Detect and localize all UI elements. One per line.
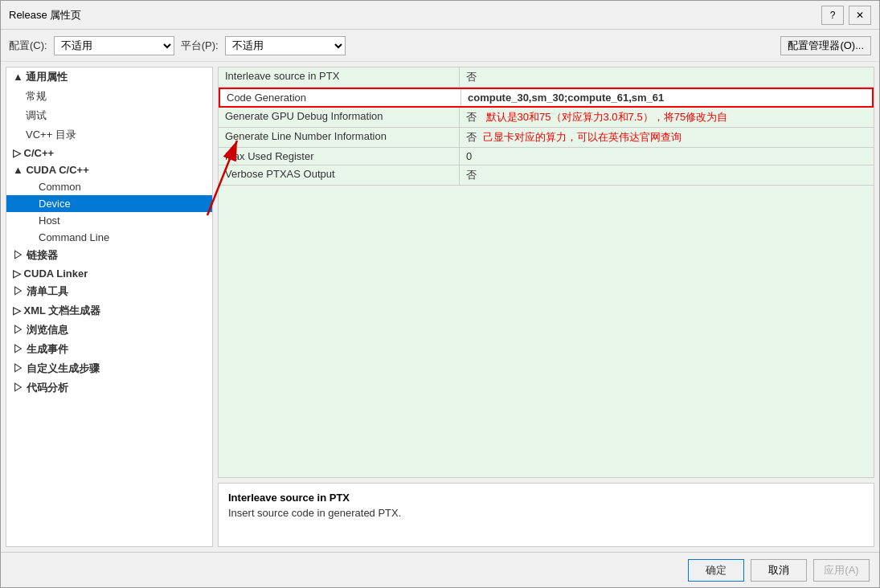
prop-name-0: Interleave source in PTX [219, 67, 460, 87]
sidebar-item-general-props[interactable]: ▲ 通用属性 [6, 67, 212, 87]
properties-table: Interleave source in PTX否Code Generation… [218, 67, 874, 478]
window-title: Release 属性页 [9, 8, 81, 22]
help-button[interactable]: ? [821, 6, 844, 25]
config-label: 配置(C): [9, 39, 47, 53]
sidebar-item-xml-gen[interactable]: ▷ XML 文档生成器 [6, 301, 212, 321]
sidebar-item-build-events[interactable]: ▷ 生成事件 [6, 340, 212, 359]
prop-value-2: 否 默认是30和75（对应算力3.0和7.5），将75修改为自 [460, 108, 874, 127]
platform-select[interactable]: 不适用 [225, 36, 346, 55]
prop-row-2[interactable]: Generate GPU Debug Information否 默认是30和75… [219, 108, 874, 128]
prop-row-4[interactable]: Max Used Register0 [219, 148, 874, 165]
sidebar-item-cuda-cpp[interactable]: ▲ CUDA C/C++ [6, 161, 212, 178]
sidebar-item-cuda-device[interactable]: Device [6, 195, 212, 212]
sidebar-item-cpp[interactable]: ▷ C/C++ [6, 145, 212, 161]
main-window: Release 属性页 ? ✕ 配置(C): 不适用 平台(P): 不适用 配置… [0, 0, 880, 588]
titlebar-controls: ? ✕ [821, 6, 871, 25]
prop-value-4: 0 [460, 148, 874, 165]
sidebar-item-cuda-cmdline[interactable]: Command Line [6, 229, 212, 246]
prop-row-5[interactable]: Verbose PTXAS Output否 [219, 165, 874, 186]
prop-row-1[interactable]: Code Generationcompute_30,sm_30;compute_… [219, 88, 874, 108]
ok-button[interactable]: 确定 [688, 559, 744, 582]
prop-value-1: compute_30,sm_30;compute_61,sm_61 [461, 89, 872, 106]
annotation-part2: 己显卡对应的算力，可以在英伟达官网查询 [483, 131, 681, 143]
prop-name-4: Max Used Register [219, 148, 460, 165]
sidebar-item-debug[interactable]: 调试 [6, 106, 212, 125]
prop-value-3: 否己显卡对应的算力，可以在英伟达官网查询 [460, 128, 874, 147]
sidebar-item-manifest-tool[interactable]: ▷ 清单工具 [6, 282, 212, 301]
prop-row-0[interactable]: Interleave source in PTX否 [219, 67, 874, 88]
toolbar: 配置(C): 不适用 平台(P): 不适用 配置管理器(O)... [1, 30, 879, 62]
close-button[interactable]: ✕ [849, 6, 871, 25]
sidebar: ▲ 通用属性常规调试VC++ 目录▷ C/C++▲ CUDA C/C++Comm… [6, 67, 213, 547]
main-content: ▲ 通用属性常规调试VC++ 目录▷ C/C++▲ CUDA C/C++Comm… [1, 62, 879, 552]
apply-button[interactable]: 应用(A) [813, 559, 870, 582]
prop-name-2: Generate GPU Debug Information [219, 108, 460, 127]
sidebar-item-linker[interactable]: ▷ 链接器 [6, 246, 212, 265]
annotation-part1: 默认是30和75（对应算力3.0和7.5），将75修改为自 [483, 111, 727, 123]
sidebar-item-code-analysis[interactable]: ▷ 代码分析 [6, 378, 212, 398]
sidebar-item-vc-dir[interactable]: VC++ 目录 [6, 125, 212, 145]
desc-title: Interleave source in PTX [228, 492, 864, 504]
cancel-button[interactable]: 取消 [751, 559, 807, 582]
sidebar-item-cuda-linker[interactable]: ▷ CUDA Linker [6, 265, 212, 282]
sidebar-item-common[interactable]: 常规 [6, 87, 212, 106]
footer: 确定 取消 应用(A) [1, 552, 879, 587]
prop-value-5: 否 [460, 165, 874, 185]
right-panel: Interleave source in PTX否Code Generation… [218, 67, 874, 547]
prop-row-3[interactable]: Generate Line Number Information否己显卡对应的算… [219, 128, 874, 148]
titlebar: Release 属性页 ? ✕ [1, 1, 879, 30]
sidebar-item-browse[interactable]: ▷ 浏览信息 [6, 321, 212, 340]
config-manager-button[interactable]: 配置管理器(O)... [780, 36, 871, 55]
prop-name-1: Code Generation [220, 89, 461, 106]
desc-text: Insert source code in generated PTX. [228, 507, 864, 519]
platform-label: 平台(P): [181, 39, 219, 53]
prop-name-3: Generate Line Number Information [219, 128, 460, 147]
prop-value-0: 否 [460, 67, 874, 87]
description-panel: Interleave source in PTX Insert source c… [218, 483, 874, 547]
config-select[interactable]: 不适用 [54, 36, 174, 55]
prop-name-5: Verbose PTXAS Output [219, 165, 460, 185]
sidebar-item-cuda-common[interactable]: Common [6, 178, 212, 195]
sidebar-item-cuda-host[interactable]: Host [6, 212, 212, 229]
sidebar-item-custom-build[interactable]: ▷ 自定义生成步骤 [6, 359, 212, 378]
